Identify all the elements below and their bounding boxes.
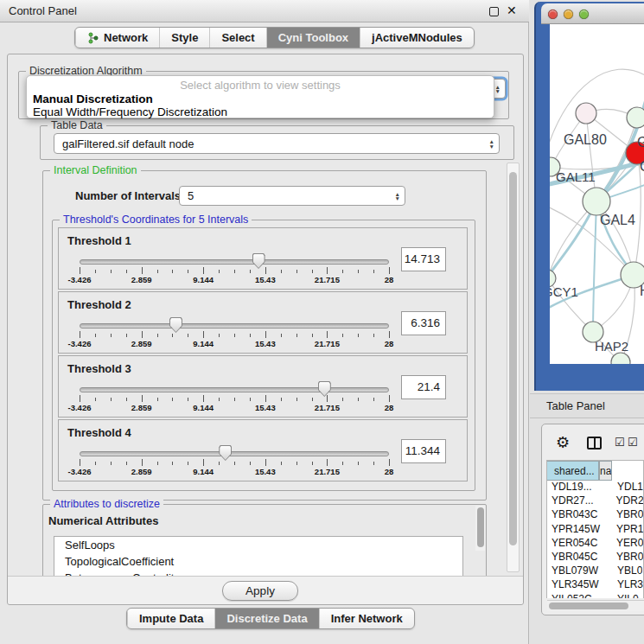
checkbox-icon[interactable]: ☑ bbox=[615, 436, 625, 449]
threshold-label: Threshold 1 bbox=[67, 234, 131, 247]
close-traffic-light[interactable] bbox=[548, 10, 558, 19]
threshold-value-field[interactable]: 14.713 bbox=[401, 247, 446, 271]
network-window-titlebar[interactable] bbox=[541, 3, 644, 24]
threshold-value-field[interactable]: 6.316 bbox=[401, 311, 446, 335]
apply-button[interactable]: Apply bbox=[222, 581, 298, 601]
table-panel-title: Table Panel bbox=[546, 399, 605, 412]
interval-definition-group: Interval Definition Number of Intervals … bbox=[42, 170, 487, 501]
tab[interactable]: Network bbox=[75, 28, 159, 48]
node-gal80[interactable] bbox=[576, 103, 596, 124]
combo-arrows-icon: ▲▼ bbox=[395, 191, 400, 201]
table-data-group: Table Data galFiltered.sif default node … bbox=[40, 125, 514, 160]
algorithm-option[interactable]: Manual Discretization bbox=[27, 92, 494, 105]
interval-definition-title: Interval Definition bbox=[50, 164, 141, 176]
zoom-traffic-light[interactable] bbox=[579, 10, 589, 19]
node-label: HAP2 bbox=[595, 339, 628, 354]
node-label: GAL80 bbox=[564, 132, 607, 147]
cyni-toolbox-panel: Discretization Algorithm ▲▼ Table Data g… bbox=[7, 54, 524, 605]
column-header[interactable]: na bbox=[599, 461, 612, 481]
threshold-panel: Threshold 1 -3.4262.8599.14415.4321.7152… bbox=[58, 227, 468, 290]
table-row[interactable]: YLR345W YLR3 bbox=[547, 578, 643, 592]
table-horizontal-scrollbar[interactable] bbox=[547, 600, 644, 611]
tab-label: Discretize Data bbox=[226, 612, 307, 625]
node-label: GAL11 bbox=[556, 169, 596, 184]
threshold-list: Threshold 1 -3.4262.8599.14415.4321.7152… bbox=[58, 227, 468, 483]
threshold-value-field[interactable]: 21.4 bbox=[401, 375, 446, 399]
combo-arrows-icon: ▲▼ bbox=[495, 84, 501, 93]
minimize-traffic-light[interactable] bbox=[564, 10, 573, 19]
network-icon bbox=[87, 32, 99, 44]
table-panel-titlebar: Table Panel bbox=[530, 393, 644, 418]
float-window-icon[interactable] bbox=[489, 7, 499, 16]
slider-ticks bbox=[80, 459, 389, 467]
column-header[interactable]: shared... bbox=[547, 461, 599, 481]
control-panel-tabs: Network Style bbox=[74, 27, 475, 48]
table-row[interactable]: YBL079W YBL0 bbox=[547, 564, 643, 578]
combo-arrows-icon: ▲▼ bbox=[489, 139, 494, 149]
node-table: shared... na YDL19... YDL1 YDR27... YDR2… bbox=[546, 460, 644, 598]
node-label: C bbox=[640, 159, 644, 174]
threshold-slider[interactable]: -3.4262.8599.14415.4321.71528 bbox=[80, 380, 389, 415]
threshold-slider[interactable]: -3.4262.8599.14415.4321.71528 bbox=[80, 444, 389, 479]
num-intervals-combobox[interactable]: 5 ▲▼ bbox=[179, 186, 405, 206]
tab-label: Impute Data bbox=[139, 612, 203, 625]
threshold-label: Threshold 4 bbox=[67, 426, 131, 439]
tab[interactable]: Discretize Data bbox=[214, 609, 318, 628]
threshold-coords-group: Threshold's Coordinates for 5 Intervals … bbox=[52, 220, 475, 491]
threshold-slider[interactable]: -3.4262.8599.14415.4321.71528 bbox=[80, 316, 389, 351]
tab[interactable]: Impute Data bbox=[127, 609, 214, 628]
table-row[interactable]: YPR145W YPR1 bbox=[547, 523, 643, 537]
column-layout-icon[interactable] bbox=[587, 437, 602, 450]
tab[interactable]: Infer Network bbox=[319, 609, 414, 628]
table-row[interactable]: YER054C YER0 bbox=[547, 537, 643, 551]
node-top-right[interactable] bbox=[627, 107, 644, 128]
slider-track[interactable] bbox=[80, 451, 389, 456]
slider-scale-labels: -3.4262.8599.14415.4321.71528 bbox=[80, 467, 389, 477]
slider-ticks bbox=[80, 331, 389, 339]
table-row[interactable]: YDL19... YDL1 bbox=[547, 481, 643, 494]
table-row[interactable]: YIL052C YIL0 bbox=[547, 593, 643, 599]
num-intervals-label: Number of Intervals bbox=[75, 189, 181, 202]
numerical-attributes-label: Numerical Attributes bbox=[48, 514, 158, 527]
tab[interactable]: Cyni Toolbox bbox=[266, 28, 360, 48]
network-canvas[interactable]: GAL80 G. C GAL11 GAL4 GCY1 H HAP2 bbox=[550, 24, 644, 364]
tab-label: Infer Network bbox=[331, 612, 403, 625]
attributes-group-title: Attributes to discretize bbox=[50, 498, 163, 510]
slider-track[interactable] bbox=[80, 259, 389, 265]
threshold-panel: Threshold 3 -3.4262.8599.14415.4321.7152… bbox=[58, 355, 468, 418]
attribute-item[interactable]: SelfLoops bbox=[54, 537, 462, 553]
threshold-slider[interactable]: -3.4262.8599.14415.4321.71528 bbox=[80, 252, 389, 287]
table-row[interactable]: YBR045C YBR0 bbox=[547, 551, 643, 564]
slider-ticks bbox=[80, 395, 389, 403]
algorithm-dropdown-popup: Select algorithm to view settingsManual … bbox=[26, 75, 494, 118]
threshold-value-field[interactable]: 11.344 bbox=[401, 439, 446, 463]
panel-scrollbar[interactable] bbox=[507, 163, 520, 572]
threshold-panel: Threshold 4 -3.4262.8599.14415.4321.7152… bbox=[58, 419, 468, 481]
node-gal4[interactable] bbox=[583, 188, 610, 215]
node-label: GAL4 bbox=[600, 213, 635, 227]
threshold-label: Threshold 2 bbox=[67, 298, 131, 311]
close-icon[interactable]: ✕ bbox=[507, 3, 517, 17]
attributes-list-scrollbar[interactable] bbox=[475, 506, 485, 551]
tab-label: Cyni Toolbox bbox=[278, 31, 348, 44]
checkbox-icon[interactable]: ☑ bbox=[628, 436, 638, 449]
gear-icon[interactable]: ⚙ bbox=[556, 434, 570, 451]
attribute-item[interactable]: TopologicalCoefficient bbox=[54, 553, 462, 570]
tab[interactable]: Style bbox=[159, 28, 209, 48]
algorithm-option[interactable]: Equal Width/Frequency Discretization bbox=[27, 105, 494, 118]
table-row[interactable]: YBR043C YBR0 bbox=[547, 508, 643, 522]
tab-label: Style bbox=[171, 31, 198, 44]
slider-scale-labels: -3.4262.8599.14415.4321.71528 bbox=[80, 275, 389, 285]
table-data-value: galFiltered.sif default node bbox=[62, 137, 194, 150]
slider-track[interactable] bbox=[80, 387, 389, 392]
panel-title: Control Panel bbox=[9, 4, 77, 17]
algorithm-hint-text: Select algorithm to view settings bbox=[27, 78, 494, 92]
slider-track[interactable] bbox=[80, 323, 389, 328]
node-bottom-cut[interactable] bbox=[611, 353, 630, 364]
tab[interactable]: jActiveMNodules bbox=[360, 28, 474, 48]
tab[interactable]: Select bbox=[209, 28, 265, 48]
slider-scale-labels: -3.4262.8599.14415.4321.71528 bbox=[80, 403, 389, 413]
table-data-combobox[interactable]: galFiltered.sif default node ▲▼ bbox=[54, 133, 500, 154]
node-label: H bbox=[640, 284, 644, 298]
table-row[interactable]: YDR27... YDR2 bbox=[547, 494, 643, 508]
